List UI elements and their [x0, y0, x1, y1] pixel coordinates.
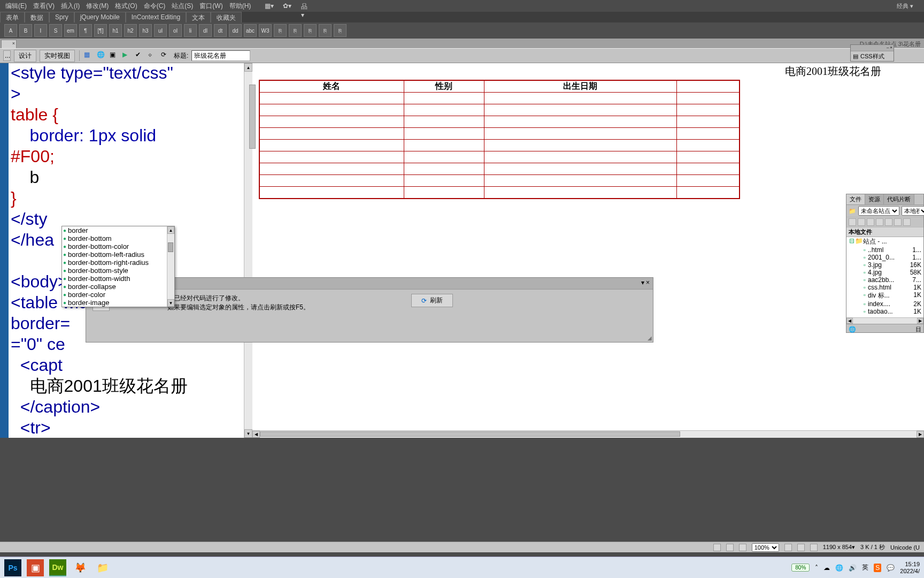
- insert-tab-incontext[interactable]: InContext Editing: [126, 12, 186, 22]
- close-icon[interactable]: ×: [12, 41, 15, 46]
- tool-icon[interactable]: dd: [229, 24, 242, 37]
- css-styles-panel[interactable]: –× ▤CSS样式: [850, 44, 894, 62]
- log-icon[interactable]: 🌐: [849, 326, 856, 333]
- resize-handle[interactable]: ◢: [648, 335, 652, 341]
- tool-icon[interactable]: [¶]: [94, 24, 107, 37]
- insert-tab-text[interactable]: 文本: [186, 12, 211, 22]
- tool-icon[interactable]: ⎘: [334, 24, 346, 37]
- view-select[interactable]: 本地视: [902, 206, 924, 216]
- taskbar[interactable]: Ps ▣ Dw 🦊 📁 80% ˄ ☁ 🌐 🔊 英 S 💬 15:19 2022…: [0, 557, 924, 578]
- design-hscrollbar[interactable]: ◀ ▶: [252, 430, 924, 438]
- checkin-icon[interactable]: [894, 218, 902, 226]
- viewport-icon[interactable]: [810, 544, 818, 551]
- menu-site[interactable]: 站点(S): [172, 2, 193, 11]
- get-icon[interactable]: [867, 218, 874, 226]
- menu-window[interactable]: 窗口(W): [199, 2, 222, 11]
- taskbar-firefox-icon[interactable]: 🦊: [72, 559, 89, 576]
- file-item[interactable]: ▫aac2bb...7...: [846, 276, 923, 284]
- taskbar-explorer-icon[interactable]: 📁: [94, 559, 111, 576]
- tool-icon[interactable]: h3: [139, 24, 152, 37]
- file-item[interactable]: ▫css.html1K: [846, 284, 923, 291]
- title-input[interactable]: [191, 50, 250, 61]
- zoom-icon[interactable]: [739, 544, 746, 551]
- hand-icon[interactable]: [726, 544, 734, 551]
- refresh-icon[interactable]: ⟳: [161, 51, 171, 60]
- gear-icon[interactable]: ✿▾: [283, 2, 290, 10]
- autocomplete-item[interactable]: border: [62, 226, 174, 234]
- autocomplete-item[interactable]: border-bottom-right-radius: [62, 258, 174, 267]
- tray-volume-icon[interactable]: 🔊: [849, 564, 857, 572]
- scroll-thumb[interactable]: [260, 431, 680, 437]
- site-select[interactable]: 未命名站点: [858, 206, 899, 216]
- code-scrollbar[interactable]: ▲ ▼: [244, 63, 252, 438]
- tool-icon[interactable]: dt: [214, 24, 227, 37]
- taskbar-app-icon[interactable]: ▣: [27, 559, 44, 576]
- zoom-select[interactable]: 100%: [752, 543, 779, 552]
- tool-icon[interactable]: ¶: [79, 24, 92, 37]
- tool-icon[interactable]: li: [184, 24, 197, 37]
- file-item[interactable]: ▫..html1...: [846, 246, 923, 254]
- sync-icon[interactable]: [903, 218, 911, 226]
- menu-command[interactable]: 命令(C): [144, 2, 166, 11]
- play-icon[interactable]: ▶: [122, 51, 132, 60]
- tool-icon[interactable]: ⎘: [289, 24, 302, 37]
- put-icon[interactable]: [876, 218, 883, 226]
- scroll-down-icon[interactable]: ▼: [244, 429, 252, 438]
- tool-icon[interactable]: dl: [199, 24, 212, 37]
- view-live-button[interactable]: 实时视图: [40, 50, 75, 62]
- autocomplete-item[interactable]: border-bottom: [62, 234, 174, 242]
- file-item[interactable]: ▫4.jpg58K: [846, 269, 923, 276]
- insert-tab-jquery[interactable]: jQuery Mobile: [74, 12, 126, 22]
- tray-sogou-icon[interactable]: S: [874, 564, 881, 572]
- viewport-icon[interactable]: [797, 544, 805, 551]
- refresh-button[interactable]: ⟳ 刷新: [411, 294, 453, 307]
- workspace-switcher[interactable]: 经典 ▾: [897, 2, 913, 10]
- scroll-thumb[interactable]: [168, 242, 173, 252]
- menu-format[interactable]: 格式(O): [115, 2, 137, 11]
- inspect-icon[interactable]: ▦: [84, 51, 94, 60]
- battery-indicator[interactable]: 80%: [791, 564, 810, 572]
- autocomplete-item[interactable]: border-bottom-color: [62, 242, 174, 250]
- file-tab[interactable]: ×: [1, 40, 17, 48]
- menu-modify[interactable]: 修改(M): [86, 2, 109, 11]
- tool-icon[interactable]: A: [4, 24, 17, 37]
- file-item[interactable]: ▫2001_0...1...: [846, 254, 923, 261]
- autocomplete-item[interactable]: border-collapse: [62, 283, 174, 291]
- check-icon[interactable]: ✔: [135, 51, 145, 60]
- view-design-button[interactable]: 设计: [14, 50, 36, 62]
- minimize-icon[interactable]: ▾: [641, 279, 644, 286]
- scroll-up-icon[interactable]: ▲: [167, 226, 174, 234]
- files-panel[interactable]: 文件 资源 代码片断 📁 未命名站点 本地视 本地文件 ⊟📁站点 - ... ▫…: [846, 194, 924, 333]
- tool-icon[interactable]: ⎘: [319, 24, 332, 37]
- pointer-icon[interactable]: [713, 544, 721, 551]
- scroll-right-icon[interactable]: ▶: [917, 431, 924, 438]
- autocomplete-item[interactable]: border-color: [62, 291, 174, 299]
- site-icon[interactable]: 品▾: [301, 2, 309, 10]
- insert-tab-data[interactable]: 数据: [25, 12, 49, 22]
- snippets-tab[interactable]: 代码片断: [884, 194, 914, 204]
- tool-icon[interactable]: h2: [124, 24, 137, 37]
- autocomplete-item[interactable]: border-image: [62, 299, 174, 307]
- server-icon[interactable]: ▣: [110, 51, 119, 60]
- tool-icon[interactable]: ⎘: [304, 24, 317, 37]
- tool-icon[interactable]: ol: [169, 24, 182, 37]
- file-item[interactable]: ▫index....2K: [846, 300, 923, 308]
- files-hscroll[interactable]: ◀▶: [846, 317, 923, 324]
- file-item[interactable]: ▫taobao...1K: [846, 308, 923, 315]
- tray-chevron-icon[interactable]: ˄: [815, 564, 818, 572]
- files-tab[interactable]: 文件: [846, 194, 865, 204]
- tray-notify-icon[interactable]: 💬: [887, 564, 895, 572]
- insert-tab-spry[interactable]: Spry: [49, 12, 74, 22]
- taskbar-clock[interactable]: 15:19 2022/4/: [900, 561, 920, 575]
- file-item[interactable]: ▫3.jpg16K: [846, 261, 923, 269]
- autocomplete-scrollbar[interactable]: ▲ ▼: [167, 226, 174, 307]
- file-item[interactable]: ▫div 标...1K: [846, 291, 923, 300]
- insert-tab-fav[interactable]: 收藏夹: [211, 12, 242, 22]
- assets-tab[interactable]: 资源: [865, 194, 884, 204]
- refresh-icon[interactable]: [858, 218, 865, 226]
- taskbar-app-icon[interactable]: Dw: [49, 559, 66, 576]
- options-icon[interactable]: ⟐: [148, 51, 158, 60]
- minimize-icon[interactable]: –: [887, 45, 889, 51]
- autocomplete-item[interactable]: border-bottom-style: [62, 267, 174, 275]
- autocomplete-popup[interactable]: borderborder-bottomborder-bottom-colorbo…: [61, 226, 175, 307]
